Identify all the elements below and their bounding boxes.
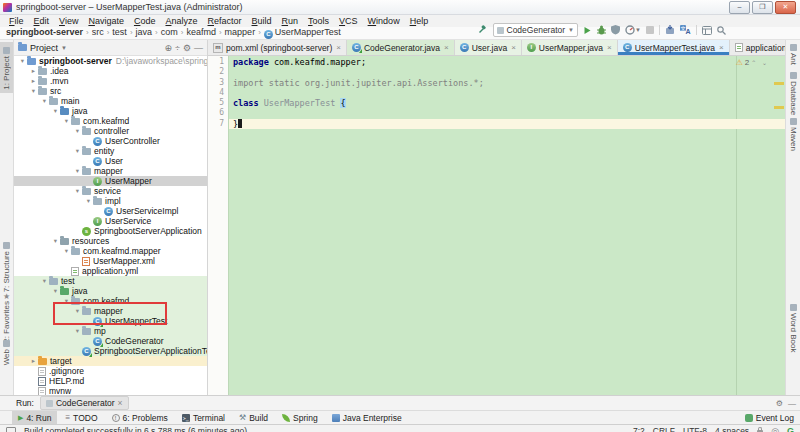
breadcrumb-item-springboot-server[interactable]: springboot-server: [6, 27, 83, 37]
tree-item-springbootserverapplicationtests[interactable]: CSpringbootServerApplicationTests: [14, 346, 207, 356]
minimize-button[interactable]: –: [729, 1, 750, 14]
breadcrumb-item-test[interactable]: test: [112, 27, 127, 37]
tree-item-springbootserverapplication[interactable]: sSpringbootServerApplication: [14, 226, 207, 236]
tree-chevron-icon[interactable]: ▾: [73, 327, 82, 335]
breadcrumb-item-src[interactable]: src: [92, 27, 104, 37]
tree-item-com-keafmd-mapper[interactable]: ▾com.keafmd.mapper: [14, 246, 207, 256]
tree-item-test[interactable]: ▾test: [14, 276, 207, 286]
event-log-button[interactable]: Event Log: [745, 413, 794, 423]
menu-item-file[interactable]: File: [4, 16, 29, 26]
run-tab-codegenerator[interactable]: CodeGenerator ×: [40, 396, 129, 410]
indent-setting[interactable]: 4 spaces: [715, 426, 749, 432]
stripe-tab-database[interactable]: Database: [787, 70, 800, 115]
toolwindow-toggle-icon[interactable]: [6, 427, 16, 432]
tree-chevron-icon[interactable]: ▾: [73, 167, 82, 175]
toolwindow-button-spring[interactable]: Spring: [276, 411, 324, 424]
tree-chevron-icon[interactable]: ▾: [29, 87, 38, 95]
tree-chevron-icon[interactable]: ▸: [29, 67, 38, 75]
tree-item--gitignore[interactable]: .gitignore: [14, 366, 207, 376]
tree-item-entity[interactable]: ▾entity: [14, 146, 207, 156]
tree-item-userservice[interactable]: IUserService: [14, 216, 207, 226]
attach-process-icon[interactable]: [665, 25, 675, 35]
tree-item-usermapper[interactable]: IUserMapper: [14, 176, 207, 186]
coverage-icon[interactable]: [611, 25, 620, 35]
stripe-tab-maven[interactable]: Maven: [787, 116, 800, 151]
editor-tab-usermappertest-java[interactable]: CUserMapperTest.java×: [618, 40, 730, 55]
tree-chevron-icon[interactable]: ▾: [73, 187, 82, 195]
debug-icon[interactable]: [597, 25, 606, 35]
toolwindow-button-terminal[interactable]: >_Terminal: [176, 411, 231, 424]
toolwindow-button-run[interactable]: ▶4: Run: [12, 411, 57, 424]
tree-item-userserviceimpl[interactable]: CUserServiceImpl: [14, 206, 207, 216]
menu-item-help[interactable]: Help: [405, 16, 434, 26]
tree-item-target[interactable]: ▸target: [14, 356, 207, 366]
tree-item-java[interactable]: ▾java: [14, 286, 207, 296]
tree-chevron-icon[interactable]: ▾: [84, 197, 93, 205]
toolwindow-button-jee[interactable]: Java Enterprise: [326, 411, 408, 424]
plugin-g-icon[interactable]: G: [787, 427, 794, 432]
tree-chevron-icon[interactable]: ▾: [62, 117, 71, 125]
editor-tab-pom-xml--springboot-server-[interactable]: mpom.xml (springboot-server)×: [208, 40, 347, 55]
tree-chevron-icon[interactable]: ▸: [29, 357, 38, 365]
editor-tab-user-java[interactable]: CUser.java×: [455, 40, 522, 55]
tree-item--idea[interactable]: ▸.idea: [14, 66, 207, 76]
tree-chevron-icon[interactable]: ▾: [73, 147, 82, 155]
breadcrumb-item-java[interactable]: java: [136, 27, 153, 37]
tree-item-src[interactable]: ▾src: [14, 86, 207, 96]
close-icon[interactable]: ×: [444, 43, 449, 52]
menu-item-analyze[interactable]: Analyze: [160, 16, 202, 26]
menu-item-build[interactable]: Build: [247, 16, 277, 26]
menu-item-refactor[interactable]: Refactor: [203, 16, 247, 26]
tree-chevron-icon[interactable]: ▸: [29, 77, 38, 85]
tree-item-mp[interactable]: ▾mp: [14, 326, 207, 336]
tree-item-mvnw[interactable]: mvnw: [14, 386, 207, 395]
menu-item-view[interactable]: View: [54, 16, 83, 26]
tree-chevron-icon[interactable]: ▾: [51, 107, 60, 115]
tree-item-java[interactable]: ▾java: [14, 106, 207, 116]
tree-item--mvn[interactable]: ▸.mvn: [14, 76, 207, 86]
stripe-tab-web[interactable]: Web: [0, 338, 13, 365]
prev-next-warning-icons[interactable]: ⌃ ⌄: [751, 59, 769, 66]
tree-item-usermapper-xml[interactable]: UserMapper.xml: [14, 256, 207, 266]
breadcrumb-item-keafmd[interactable]: keafmd: [186, 27, 216, 37]
tree-item-codegenerator[interactable]: CCodeGenerator: [14, 336, 207, 346]
stripe-tab-favorites[interactable]: ★2: Favorites: [0, 292, 13, 343]
tree-item-main[interactable]: ▾main: [14, 96, 207, 106]
tree-item-controller[interactable]: ▾controller: [14, 126, 207, 136]
close-icon[interactable]: ×: [336, 43, 341, 52]
settings-gear-icon[interactable]: ⚙: [776, 399, 783, 408]
breadcrumb-item-UserMapperTest[interactable]: CUserMapperTest: [264, 27, 341, 37]
menu-item-run[interactable]: Run: [277, 16, 304, 26]
breadcrumb-item-mapper[interactable]: mapper: [225, 27, 256, 37]
toolwindow-button-todo[interactable]: ≡TODO: [59, 411, 103, 424]
warning-stripe-mark[interactable]: [774, 82, 784, 85]
tree-item-help-md[interactable]: HELP.md: [14, 376, 207, 386]
locate-file-icon[interactable]: ⊕: [164, 43, 172, 53]
tree-item-mapper[interactable]: ▾mapper: [14, 166, 207, 176]
menu-item-window[interactable]: Window: [363, 16, 405, 26]
profiler-icon[interactable]: ▼: [625, 25, 641, 35]
inspection-widget[interactable]: ⚠ 2 ⌃ ⌄: [736, 58, 769, 67]
toolwindow-button-problems[interactable]: !6: Problems: [106, 411, 174, 424]
file-encoding[interactable]: UTF-8: [683, 426, 707, 432]
menu-item-tools[interactable]: Tools: [303, 16, 334, 26]
settings-gear-icon[interactable]: ⚙: [183, 43, 191, 53]
tree-item-impl[interactable]: ▾impl: [14, 196, 207, 206]
menu-item-navigate[interactable]: Navigate: [83, 16, 129, 26]
stripe-tab-wordbook[interactable]: Word Book: [787, 302, 800, 352]
line-ending[interactable]: CRLF: [653, 426, 675, 432]
menu-item-code[interactable]: Code: [129, 16, 161, 26]
tree-chevron-icon[interactable]: ▾: [40, 277, 49, 285]
tree-item-resources[interactable]: ▾resources: [14, 236, 207, 246]
stripe-tab-project[interactable]: 1: Project: [0, 42, 13, 93]
hide-panel-icon[interactable]: —: [788, 399, 796, 408]
editor[interactable]: 1234567 package com.keafmd.mapper;import…: [208, 56, 785, 395]
run-icon[interactable]: [583, 26, 592, 35]
toolwindow-button-build[interactable]: ⚒Build: [233, 411, 274, 424]
tree-item-service[interactable]: ▾service: [14, 186, 207, 196]
code-area[interactable]: package com.keafmd.mapper;import static …: [229, 56, 785, 395]
build-hammer-icon[interactable]: [477, 25, 488, 36]
restore-layout-icon[interactable]: [702, 26, 712, 35]
tree-item-com-keafmd[interactable]: ▾com.keafmd: [14, 116, 207, 126]
translate-icon[interactable]: 文A: [680, 25, 691, 35]
